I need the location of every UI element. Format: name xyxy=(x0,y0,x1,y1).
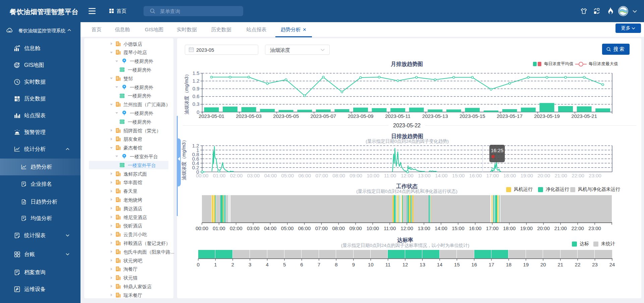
svg-text:23:00: 23:00 xyxy=(589,173,601,178)
svg-text:22:00: 22:00 xyxy=(572,173,584,178)
svg-text:23:00: 23:00 xyxy=(588,225,601,231)
svg-text:9: 9 xyxy=(352,262,355,267)
svg-text:04:00: 04:00 xyxy=(264,173,277,178)
svg-text:15:00: 15:00 xyxy=(452,173,465,178)
svg-text:2023-05-19: 2023-05-19 xyxy=(534,113,560,119)
svg-text:20:00: 20:00 xyxy=(538,173,550,178)
svg-text:00:00: 00:00 xyxy=(196,173,209,178)
svg-text:10:00: 10:00 xyxy=(366,225,379,231)
svg-text:2023-05-03: 2023-05-03 xyxy=(236,113,262,119)
svg-text:20:00: 20:00 xyxy=(537,225,550,231)
svg-text:04:00: 04:00 xyxy=(264,225,277,231)
svg-text:2: 2 xyxy=(231,262,234,267)
svg-text:05:00: 05:00 xyxy=(281,173,294,178)
svg-text:10: 10 xyxy=(368,262,374,267)
svg-text:2023-05-17: 2023-05-17 xyxy=(497,113,523,119)
svg-text:0: 0 xyxy=(197,262,200,267)
svg-text:22:00: 22:00 xyxy=(571,225,584,231)
svg-text:06:00: 06:00 xyxy=(299,173,311,178)
svg-text:12: 12 xyxy=(402,262,408,267)
svg-text:2023-05-05: 2023-05-05 xyxy=(273,113,299,119)
svg-text:00:00: 00:00 xyxy=(196,225,208,231)
svg-text:13:00: 13:00 xyxy=(418,225,430,231)
svg-text:5: 5 xyxy=(283,262,286,267)
svg-text:1: 1 xyxy=(214,262,217,267)
svg-text:2023-05-09: 2023-05-09 xyxy=(348,113,374,119)
svg-text:21:00: 21:00 xyxy=(554,173,567,178)
svg-text:12:00: 12:00 xyxy=(401,173,414,178)
svg-text:07:00: 07:00 xyxy=(315,225,328,231)
svg-text:22: 22 xyxy=(575,262,581,267)
svg-text:03:00: 03:00 xyxy=(247,225,260,231)
svg-text:07:00: 07:00 xyxy=(315,173,328,178)
svg-text:4: 4 xyxy=(266,262,269,267)
svg-text:17:00: 17:00 xyxy=(486,173,499,178)
svg-text:18: 18 xyxy=(506,262,512,267)
svg-text:16:00: 16:00 xyxy=(469,173,482,178)
svg-text:21:00: 21:00 xyxy=(554,225,567,231)
svg-text:1.2: 1.2 xyxy=(192,143,199,148)
svg-text:11: 11 xyxy=(385,262,391,267)
svg-text:2023-05-01: 2023-05-01 xyxy=(199,113,224,119)
svg-text:6: 6 xyxy=(300,262,303,267)
svg-text:09:00: 09:00 xyxy=(350,173,362,178)
svg-text:19:00: 19:00 xyxy=(521,173,533,178)
svg-text:0.6: 0.6 xyxy=(193,93,200,99)
svg-text:18:00: 18:00 xyxy=(503,173,516,178)
svg-text:2023-05-15: 2023-05-15 xyxy=(460,113,485,119)
svg-text:09:00: 09:00 xyxy=(349,225,362,231)
svg-text:10:00: 10:00 xyxy=(367,173,379,178)
svg-text:17: 17 xyxy=(489,262,494,267)
svg-text:15: 15 xyxy=(454,262,460,267)
svg-text:05:00: 05:00 xyxy=(281,225,294,231)
svg-text:17:00: 17:00 xyxy=(486,225,499,231)
svg-text:03:00: 03:00 xyxy=(247,173,260,178)
svg-text:18:00: 18:00 xyxy=(503,225,516,231)
svg-text:0.9: 0.9 xyxy=(193,86,200,91)
svg-text:01:00: 01:00 xyxy=(213,225,225,231)
svg-text:7: 7 xyxy=(318,262,320,267)
svg-text:08:00: 08:00 xyxy=(332,173,345,178)
svg-text:02:00: 02:00 xyxy=(230,173,243,178)
svg-text:14:00: 14:00 xyxy=(435,225,447,231)
svg-text:24: 24 xyxy=(609,262,615,267)
svg-text:2023-05-21: 2023-05-21 xyxy=(571,113,597,119)
svg-text:1.2: 1.2 xyxy=(193,78,200,84)
svg-text:20: 20 xyxy=(540,262,546,267)
svg-text:12:00: 12:00 xyxy=(400,225,413,231)
svg-text:19: 19 xyxy=(523,262,529,267)
svg-text:13:00: 13:00 xyxy=(418,173,431,178)
svg-text:19:00: 19:00 xyxy=(520,225,533,231)
svg-text:08:00: 08:00 xyxy=(332,225,345,231)
svg-text:06:00: 06:00 xyxy=(298,225,311,231)
svg-text:02:00: 02:00 xyxy=(230,225,243,231)
svg-text:0.3: 0.3 xyxy=(193,101,200,107)
svg-text:8: 8 xyxy=(335,262,337,267)
svg-text:14: 14 xyxy=(437,262,442,267)
svg-text:16:00: 16:00 xyxy=(469,225,482,231)
svg-text:3: 3 xyxy=(249,262,251,267)
svg-text:21: 21 xyxy=(557,262,563,267)
svg-text:2023-05-13: 2023-05-13 xyxy=(422,113,448,119)
svg-text:16: 16 xyxy=(471,262,477,267)
svg-text:2023-05-07: 2023-05-07 xyxy=(310,113,336,119)
svg-text:13: 13 xyxy=(420,262,425,267)
svg-text:11:00: 11:00 xyxy=(384,225,396,231)
svg-text:15:00: 15:00 xyxy=(452,225,465,231)
svg-text:11:00: 11:00 xyxy=(384,173,396,178)
svg-text:14:00: 14:00 xyxy=(435,173,448,178)
svg-text:1.5: 1.5 xyxy=(193,70,200,76)
svg-text:01:00: 01:00 xyxy=(213,173,226,178)
svg-text:23: 23 xyxy=(592,262,598,267)
svg-text:2023-05-11: 2023-05-11 xyxy=(385,113,411,119)
